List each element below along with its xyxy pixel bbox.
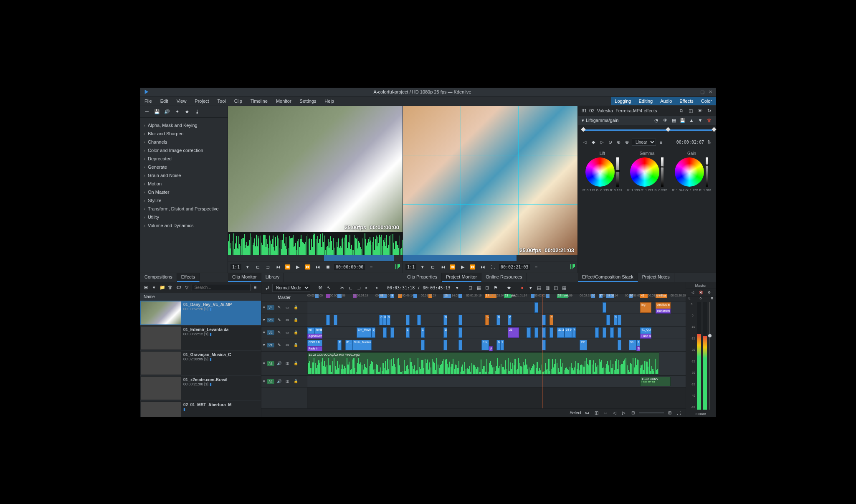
folder-icon[interactable]: 📁 [159, 284, 165, 291]
timeline-clip[interactable]: CC [580, 340, 587, 350]
timeline-clip[interactable] [542, 340, 546, 350]
delete-clip-icon[interactable]: 🗑 [167, 284, 173, 291]
workspace-logging[interactable]: Logging [611, 97, 635, 105]
next-edit-icon[interactable]: ▷ [620, 409, 627, 416]
interpolation-select[interactable]: Linear [632, 139, 656, 146]
bin-item[interactable]: 01_Edemir_Levanta da 00:00:22:12 [1] ▮ [140, 326, 261, 351]
insert-icon[interactable]: ⇤ [364, 284, 370, 291]
out-icon[interactable]: ⊐ [355, 284, 362, 291]
effect-category[interactable]: Transform, Distort and Perspective [140, 205, 228, 213]
timeline-clip[interactable]: 1 [500, 340, 504, 350]
timeline-clip[interactable] [550, 327, 553, 338]
timeline-clip[interactable] [527, 327, 530, 338]
dropdown-icon[interactable]: ▾ [151, 284, 157, 291]
tag-icon[interactable]: 🏷 [175, 284, 182, 291]
rec-dropdown-icon[interactable]: ▾ [527, 284, 534, 291]
zoom-fit-icon[interactable]: ⊞ [484, 284, 491, 291]
skip-end-icon[interactable]: ⏭ [314, 263, 322, 271]
master-track-header[interactable]: Master [261, 294, 307, 301]
menu-icon[interactable]: ≡ [658, 139, 664, 146]
move-down-icon[interactable]: ▼ [697, 117, 704, 124]
timeline-clip[interactable]: CC [379, 315, 383, 325]
effects-list[interactable]: Alpha, Mask and KeyingBlur and SharpenCh… [140, 118, 228, 273]
edit-mode-select[interactable]: Normal Mode [272, 284, 310, 292]
lift-color-wheel[interactable] [585, 157, 615, 187]
project-timecode[interactable]: 00:02:21:03 [499, 264, 530, 270]
track-header-a1[interactable]: ▾ A1 🔊 ◫ 🔒 [261, 352, 307, 376]
hide-icon[interactable]: ▭ [284, 304, 291, 311]
options-icon[interactable]: ≡ [367, 263, 375, 271]
timeline-clip[interactable] [603, 302, 606, 313]
clip-scrubber[interactable] [228, 255, 403, 261]
timeline-clip[interactable]: 08 [383, 315, 387, 325]
mute-icon[interactable]: 🔊 [276, 360, 283, 367]
rewind-icon[interactable]: ⏪ [284, 263, 291, 271]
kf-timecode[interactable]: 00:00:02:07 [676, 140, 704, 144]
timeline-clip[interactable]: 9 [387, 315, 390, 325]
prev-edit-icon[interactable]: ◁ [611, 409, 618, 416]
edit-icon[interactable]: ✎ [276, 329, 283, 336]
track-row-v3[interactable]: CC089181418223138 [307, 314, 686, 327]
set-in-icon[interactable]: ⊏ [429, 263, 436, 271]
tab-effects[interactable]: Effects [177, 273, 200, 282]
timeline-clip[interactable]: 18 [443, 327, 447, 338]
timeline-marker[interactable] [458, 294, 462, 298]
timeline-clip[interactable] [610, 327, 614, 338]
mute-icon[interactable]: 🔇 [698, 289, 704, 296]
audio-clip[interactable]: 11-02 CONVFade in/Fad [640, 377, 670, 386]
tab-effect-composition-stack[interactable]: Effect/Composition Stack [578, 273, 638, 282]
zoom-level[interactable]: 1:1 [405, 264, 416, 270]
record-icon[interactable]: ● [519, 284, 526, 291]
workspace-effects[interactable]: Effects [676, 97, 697, 105]
workspace-editing[interactable]: Editing [635, 97, 656, 105]
bin-item[interactable]: 02_01_MST_Abertura_M ▮ [140, 401, 261, 417]
timeline-clip[interactable]: Toda_Musica [353, 340, 372, 350]
collapse-track-icon[interactable]: ▾ [263, 361, 265, 365]
timeline-clip[interactable]: Trans [636, 346, 640, 351]
bin-list[interactable]: 01_Dany_Hey_Vc_Ai.MP 00:00:52:20 [2] ▮ 0… [140, 301, 261, 417]
track-row-v2[interactable]: felfehieAlphaoverEm_Movim6_11131823-32 3… [307, 327, 686, 339]
timeline-clip[interactable] [618, 315, 621, 325]
lock-icon[interactable]: 🔒 [293, 360, 299, 367]
maximize-icon[interactable]: ▢ [700, 89, 704, 95]
timeline-clip[interactable]: 38 [614, 315, 618, 325]
audio-view-icon[interactable]: ◫ [284, 378, 291, 385]
track-header-v1[interactable]: ▾ V1 ✎ ▭ 🔒 [261, 339, 307, 352]
marker-icon[interactable]: ⚑ [492, 284, 499, 291]
snap-icon[interactable]: ⊡ [467, 284, 474, 291]
reset-icon[interactable]: ↻ [706, 107, 712, 114]
delete-icon[interactable]: 🗑 [706, 117, 712, 124]
collapse-track-icon[interactable]: ▾ [263, 305, 265, 309]
timeline-clip[interactable]: Em [337, 340, 341, 350]
lock-icon[interactable]: 🔒 [293, 317, 299, 323]
collapse-track-icon[interactable]: ▾ [263, 379, 265, 383]
search-input[interactable] [192, 284, 251, 291]
list-view-icon[interactable]: ☰ [144, 108, 150, 115]
star-icon[interactable]: ★ [184, 108, 190, 115]
timeline-marker[interactable]: 37 [599, 294, 603, 298]
chevron-down-icon[interactable]: ▾ [419, 263, 426, 271]
overwrite-icon[interactable]: ⇥ [372, 284, 379, 291]
timeline-marker[interactable] [531, 294, 534, 298]
timeline-clip[interactable]: 14 [485, 315, 489, 325]
effect-category[interactable]: Alpha, Mask and Keying [140, 121, 228, 129]
project-scrubber[interactable] [403, 255, 577, 261]
tracks-area[interactable]: 089181423 - solo35 - solo363738 394041cr… [307, 294, 686, 408]
bin-item[interactable]: 01_Gravação_Musica_C 00:02:00:09 [2] ▮ [140, 351, 261, 376]
edit-icon[interactable]: ✎ [276, 317, 283, 323]
layout4-icon[interactable]: ▦ [561, 284, 567, 291]
kf-option2-icon[interactable]: ⊗ [623, 139, 630, 146]
workspace-color[interactable]: Color [697, 97, 716, 105]
menu-clip[interactable]: Clip [230, 99, 246, 104]
keyframe-timeline[interactable] [578, 125, 716, 137]
prev-keyframe-icon[interactable]: ◁ [582, 139, 588, 146]
effect-category[interactable]: Motion [140, 180, 228, 188]
timeline-clip[interactable]: 13 [421, 327, 425, 338]
minimize-icon[interactable]: ─ [693, 89, 696, 95]
timeline-clip[interactable] [421, 340, 425, 350]
track-header-v4[interactable]: ▾ V4 ✎ ▭ 🔒 [261, 301, 307, 314]
edit-icon[interactable]: ✎ [276, 342, 283, 348]
in-icon[interactable]: ⊏ [347, 284, 354, 291]
lock-icon[interactable]: 🔒 [293, 304, 299, 311]
timeline-clip[interactable] [458, 340, 462, 350]
